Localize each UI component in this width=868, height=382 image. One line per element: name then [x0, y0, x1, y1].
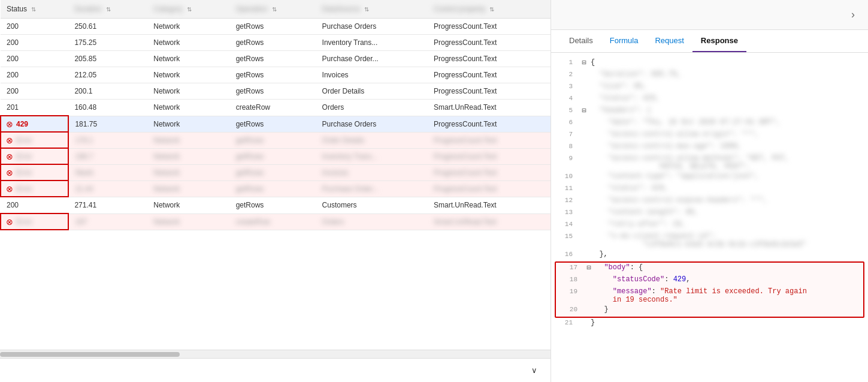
status-value: Error [16, 136, 32, 145]
duration-value: 21.44 [75, 185, 93, 193]
line-number: 8 [556, 142, 573, 150]
table-row[interactable]: ⊗Error178.1NetworkgetRowsOrder DetailsPr… [1, 132, 551, 148]
provide-feedback-button[interactable]: ∨ [522, 363, 543, 378]
line-content: "duration": 685.7%, [591, 70, 863, 79]
table-row[interactable]: 200250.61NetworkgetRowsPurchase OrdersPr… [1, 19, 551, 35]
col-category[interactable]: Category ⇅ [147, 0, 229, 19]
line-number: 13 [556, 208, 573, 216]
line-content: "status": 429, [591, 184, 863, 192]
control_property-cell: ProgressCount.Text [428, 51, 551, 67]
datasource-value: Purchase Order... [322, 185, 379, 193]
line-number: 7 [556, 130, 573, 138]
category-value: Network [153, 22, 180, 31]
line-number: 3 [556, 82, 573, 90]
duration-cell: 21.44 [68, 181, 147, 197]
datasource-cell: Purchase Order... [316, 181, 428, 197]
detail-close-button[interactable]: › [848, 7, 858, 22]
col-datasource[interactable]: DataSource ⇅ [316, 0, 428, 19]
table-row[interactable]: ⊗ErrorNtwrkNetworkgetRowsInvoicesProgres… [1, 164, 551, 181]
sort-icon-status: ⇅ [31, 6, 36, 13]
line-number: 16 [556, 250, 573, 258]
table-row[interactable]: 200205.85NetworkgetRowsPurchase Order...… [1, 51, 551, 67]
table-row[interactable]: ⊗Error21.44NetworkgetRowsPurchase Order.… [1, 181, 551, 197]
line-number: 17 [561, 263, 577, 271]
control_property-cell: Smart.UnRead.Text [428, 100, 551, 116]
datasource-value: Orders [322, 218, 344, 226]
error-icon: ⊗ [6, 136, 13, 145]
control_property-cell: Smart.UnRead.Text [428, 213, 551, 230]
control_property-cell: ProgressCount.Text [428, 181, 551, 197]
category-cell: Network [147, 148, 229, 164]
table-row[interactable]: 200271.41NetworkgetRowsCustomersSmart.Un… [1, 197, 551, 213]
tab-details[interactable]: Details [561, 30, 601, 52]
datasource-cell: Invoices [316, 67, 428, 83]
toggle-icon[interactable]: ⊟ [580, 58, 588, 67]
control_property-value: ProgressCount.Text [434, 136, 497, 145]
operation-cell: getRows [230, 83, 316, 100]
tab-response[interactable]: Response [692, 30, 746, 52]
datasource-cell: Order Details [316, 83, 428, 100]
horizontal-scrollbar[interactable] [0, 350, 551, 358]
duration-value: 160.48 [74, 103, 96, 112]
line-number: 12 [556, 196, 573, 204]
tab-formula[interactable]: Formula [601, 30, 647, 52]
line-content: "content-type": "application/json", [591, 172, 863, 181]
line-number: 5 [556, 106, 573, 114]
datasource-cell: Purchase Order... [316, 51, 428, 67]
datasource-cell: Order Details [316, 132, 428, 148]
duration-cell: 271.41 [68, 197, 147, 213]
table-row[interactable]: 200212.05NetworkgetRowsInvoicesProgressC… [1, 67, 551, 83]
table-wrapper[interactable]: Status ⇅ Duration ⇅ Category ⇅ Operation… [0, 0, 551, 350]
status-value: Error [16, 218, 32, 226]
operation-cell: createRow [230, 100, 316, 116]
line-number: 9 [556, 154, 573, 162]
duration-value: 205.85 [74, 55, 96, 63]
line-number: 11 [556, 184, 573, 192]
duration-value: 181.75 [75, 120, 97, 128]
table-row[interactable]: ⊗Error197NetworkcreateRowOrdersSmart.UnR… [1, 213, 551, 230]
control_property-value: ProgressCount.Text [434, 55, 497, 63]
toggle-icon[interactable]: ⊟ [585, 263, 593, 272]
table-row[interactable]: ⊗Error198.7NetworkgetRowsInventory Trans… [1, 148, 551, 164]
duration-value: 271.41 [74, 201, 96, 209]
operation-value: getRows [236, 22, 264, 31]
col-status[interactable]: Status ⇅ [1, 0, 68, 19]
control_property-value: ProgressCount.Text [434, 120, 497, 128]
network-table: Status ⇅ Duration ⇅ Category ⇅ Operation… [0, 0, 551, 230]
status-value: 200 [7, 38, 19, 47]
tab-request[interactable]: Request [646, 30, 692, 52]
col-duration[interactable]: Duration ⇅ [68, 0, 147, 19]
table-row[interactable]: 200200.1NetworkgetRowsOrder DetailsProgr… [1, 83, 551, 100]
json-line: 7 "access-control-allow-origin": "*", [551, 130, 868, 142]
table-row[interactable]: 200175.25NetworkgetRowsInventory Trans..… [1, 35, 551, 51]
response-body[interactable]: 1⊟{2 "duration": 685.7%,3 "size": 86,4 "… [551, 53, 868, 382]
toggle-icon[interactable]: ⊟ [580, 106, 588, 115]
category-cell: Network [147, 213, 229, 230]
duration-cell: 212.05 [68, 67, 147, 83]
status-value: Error [16, 152, 32, 161]
control_property-value: Smart.UnRead.Text [434, 218, 497, 226]
line-number: 10 [556, 172, 573, 180]
col-control-property[interactable]: Control property ⇅ [428, 0, 551, 19]
category-value: Network [153, 87, 180, 95]
duration-value: 200.1 [74, 87, 92, 95]
status-value: Error [16, 169, 32, 177]
datasource-value: Customers [322, 201, 357, 209]
category-value: Network [153, 218, 180, 226]
table-row[interactable]: ⊗429181.75NetworkgetRowsPurchase OrdersP… [1, 116, 551, 132]
duration-value: 197 [75, 218, 87, 226]
json-line: 10 "content-type": "application/json", [551, 172, 868, 184]
table-row[interactable]: 201160.48NetworkcreateRowOrdersSmart.UnR… [1, 100, 551, 116]
datasource-cell: Customers [316, 197, 428, 213]
operation-value: createRow [236, 218, 270, 226]
control_property-value: Smart.UnRead.Text [434, 201, 497, 209]
chevron-down-icon: ∨ [531, 366, 537, 375]
category-cell: Network [147, 51, 229, 67]
datasource-value: Order Details [322, 87, 365, 95]
operation-value: createRow [236, 103, 270, 112]
category-cell: Network [147, 35, 229, 51]
control_property-value: ProgressCount.Text [434, 71, 497, 79]
col-operation[interactable]: Operation ⇅ [230, 0, 316, 19]
json-line: 12 "access-control-expose-headers": "*", [551, 195, 868, 207]
line-content: }, [591, 250, 863, 258]
